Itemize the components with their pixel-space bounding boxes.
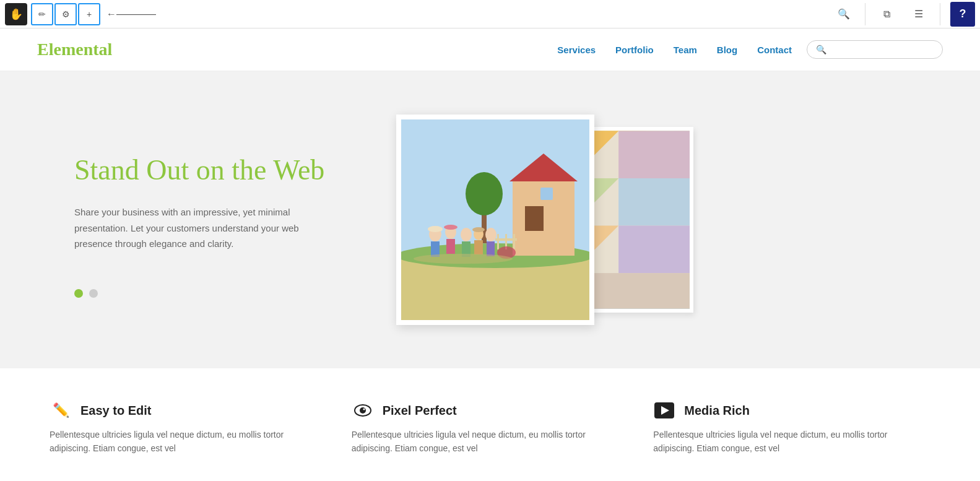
svg-point-36 — [444, 225, 457, 230]
feature-edit-desc: Pellentesque ultricies ligula vel neque … — [50, 428, 327, 456]
eye-feature-icon — [352, 399, 374, 422]
app-logo: ✋ — [5, 3, 27, 25]
svg-rect-20 — [497, 234, 499, 249]
feature-pixel: Pixel Perfect Pellentesque ultricies lig… — [352, 399, 629, 456]
edit-feature-icon: ✏️ — [50, 399, 72, 422]
feature-media-title: Media Rich — [684, 404, 750, 418]
feature-pixel-title: Pixel Perfect — [383, 404, 457, 418]
back-arrow[interactable]: ←———— — [106, 9, 156, 20]
settings-button[interactable]: ⚙ — [54, 3, 77, 25]
features-section: ✏️ Easy to Edit Pellentesque ultricies l… — [0, 368, 980, 474]
nav-services[interactable]: Services — [557, 45, 596, 55]
hand-icon: ✋ — [9, 7, 23, 21]
edit-button[interactable]: ✏ — [31, 3, 53, 25]
svg-marker-3 — [618, 131, 690, 178]
svg-point-38 — [414, 254, 513, 264]
nav-team[interactable]: Team — [674, 45, 697, 55]
feature-pixel-header: Pixel Perfect — [352, 399, 629, 422]
feature-edit: ✏️ Easy to Edit Pellentesque ultricies l… — [50, 399, 327, 456]
svg-point-29 — [461, 228, 472, 241]
add-button[interactable]: + — [78, 3, 100, 25]
svg-point-35 — [428, 226, 443, 232]
settings-icon: ⚙ — [62, 9, 70, 19]
site-header: Elemental Services Portfolio Team Blog C… — [0, 28, 980, 71]
feature-media-header: Media Rich — [653, 399, 930, 422]
menu-icon: ☰ — [914, 8, 923, 20]
search-icon: 🔍 — [838, 8, 850, 20]
hero-section: Stand Out on the Web Share your business… — [0, 71, 980, 368]
svg-rect-22 — [513, 234, 515, 249]
site-logo: Elemental — [37, 40, 112, 59]
menu-button[interactable]: ☰ — [908, 3, 930, 25]
feature-media: Media Rich Pellentesque ultricies ligula… — [653, 399, 930, 456]
svg-marker-6 — [618, 178, 690, 226]
help-button[interactable]: ? — [950, 2, 975, 27]
divider2 — [940, 3, 940, 25]
dot-2[interactable] — [89, 289, 98, 298]
feature-edit-header: ✏️ Easy to Edit — [50, 399, 327, 422]
toolbar-right: 🔍 ⧉ ☰ ? — [833, 2, 975, 27]
play-feature-icon — [653, 399, 675, 422]
svg-rect-32 — [474, 240, 483, 254]
svg-rect-16 — [525, 206, 544, 231]
search-icon: 🔍 — [816, 45, 826, 54]
hero-image-main — [396, 115, 594, 325]
hero-title: Stand Out on the Web — [74, 154, 396, 187]
copy-icon: ⧉ — [883, 9, 890, 20]
svg-point-19 — [466, 172, 503, 215]
svg-rect-28 — [446, 239, 455, 254]
site-nav: Services Portfolio Team Blog Contact — [557, 45, 792, 55]
edit-icon: ✏ — [38, 9, 46, 19]
svg-point-40 — [360, 407, 366, 414]
hero-images — [396, 108, 718, 344]
dot-1[interactable] — [74, 289, 83, 298]
toolbar: ✋ ✏ ⚙ + ←———— 🔍 ⧉ ☰ ? — [0, 0, 980, 28]
feature-media-desc: Pellentesque ultricies ligula vel neque … — [653, 428, 930, 456]
svg-point-37 — [472, 227, 485, 232]
nav-blog[interactable]: Blog — [717, 45, 737, 55]
svg-point-41 — [363, 409, 365, 410]
hero-content: Stand Out on the Web Share your business… — [74, 154, 396, 297]
search-box[interactable]: 🔍 — [807, 40, 943, 59]
copy-button[interactable]: ⧉ — [875, 3, 898, 25]
plus-icon: + — [87, 9, 92, 19]
svg-point-33 — [485, 228, 497, 241]
svg-rect-23 — [495, 238, 517, 241]
feature-pixel-desc: Pellentesque ultricies ligula vel neque … — [352, 428, 629, 456]
svg-rect-34 — [487, 241, 495, 256]
svg-rect-17 — [540, 188, 553, 200]
nav-portfolio[interactable]: Portfolio — [615, 45, 654, 55]
hero-description: Share your business with an impressive, … — [74, 204, 316, 252]
hero-dots — [74, 289, 396, 298]
svg-marker-9 — [618, 226, 690, 274]
feature-edit-title: Easy to Edit — [80, 404, 151, 418]
search-toolbar-button[interactable]: 🔍 — [833, 3, 855, 25]
arrow-left-icon: ←———— — [106, 9, 156, 20]
nav-contact[interactable]: Contact — [757, 45, 792, 55]
divider — [865, 3, 865, 25]
question-icon: ? — [960, 7, 966, 20]
